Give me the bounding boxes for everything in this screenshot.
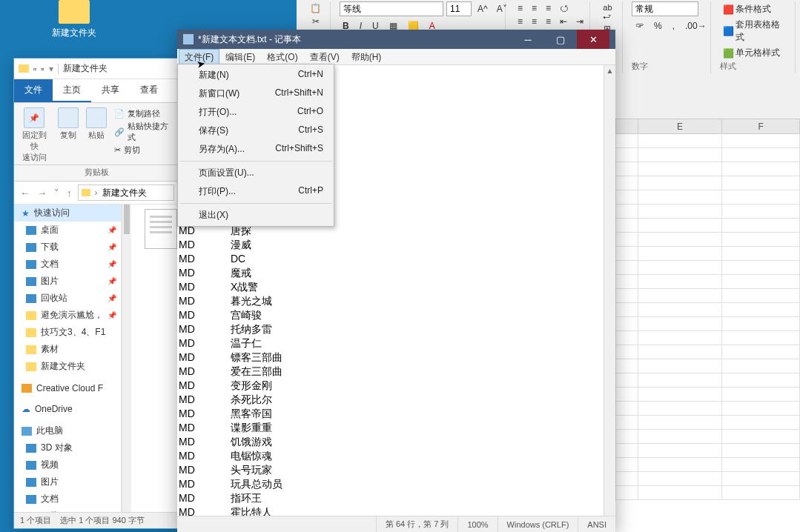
nav-videos[interactable]: 视频: [14, 456, 121, 473]
nav-pictures[interactable]: 图片📌: [14, 273, 121, 290]
scroll-up-icon[interactable]: ▲: [604, 65, 615, 77]
menu-view[interactable]: 查看(V): [304, 49, 346, 64]
nav-desktop[interactable]: 桌面📌: [14, 222, 121, 239]
menu-item[interactable]: 新窗口(W)Ctrl+Shift+N: [178, 84, 334, 103]
pin-icon: 📌: [108, 260, 116, 268]
nav-pictures2[interactable]: 图片: [14, 473, 121, 491]
menu-format[interactable]: 格式(O): [261, 49, 303, 64]
desktop-folder[interactable]: 新建文件夹: [44, 0, 104, 39]
file-item[interactable]: [145, 209, 177, 252]
text-line: MD电锯惊魂: [179, 449, 602, 463]
tab-share[interactable]: 共享: [91, 79, 130, 102]
col-header[interactable]: E: [638, 119, 722, 134]
text-line: MD宫崎骏: [179, 308, 602, 322]
text-line: MD镖客三部曲: [179, 350, 602, 365]
nav-documents2[interactable]: 文档: [14, 491, 121, 508]
conditional-format-button[interactable]: 🟥 条件格式: [720, 1, 774, 17]
qat-icon[interactable]: ▫: [33, 64, 36, 74]
indent-dec-icon[interactable]: ⇤: [557, 15, 570, 28]
nav-folder[interactable]: 新建文件夹: [14, 358, 121, 375]
menu-item[interactable]: 退出(X): [178, 206, 334, 225]
nav-folder[interactable]: 技巧文3、4、F1: [14, 324, 121, 341]
font-size-select[interactable]: [446, 1, 472, 16]
menu-item[interactable]: 另存为(A)...Ctrl+Shift+S: [178, 140, 334, 159]
desktop-folder-label: 新建文件夹: [44, 27, 104, 39]
align-top-icon[interactable]: ≡: [515, 1, 526, 15]
nav-downloads[interactable]: 下载📌: [14, 239, 121, 256]
align-right-icon[interactable]: ≡: [543, 15, 554, 28]
tab-file[interactable]: 文件: [14, 79, 53, 102]
folder-icon: [26, 345, 36, 354]
nav-recycle[interactable]: 回收站📌: [14, 290, 121, 307]
explorer-titlebar[interactable]: ▫ ▫ ▾ 新建文件夹: [14, 59, 179, 79]
align-bot-icon[interactable]: ≡: [543, 1, 554, 15]
decrease-font-icon[interactable]: A˅: [494, 1, 510, 16]
nav-thispc[interactable]: 此电脑: [14, 422, 121, 439]
copy-button[interactable]: 复制: [58, 107, 79, 163]
nav-3d[interactable]: 3D 对象: [14, 439, 121, 456]
status-encoding: ANSI: [578, 516, 615, 532]
pin-icon: 📌: [24, 107, 44, 128]
nav-folder[interactable]: 避免演示尴尬，📌: [14, 307, 121, 324]
wrap-text-icon[interactable]: ab⮐: [600, 1, 615, 22]
align-center-icon[interactable]: ≡: [529, 15, 540, 28]
cell-style-button[interactable]: 🟩 单元格样式: [720, 45, 783, 61]
scissors-icon: ✂: [114, 145, 121, 155]
minimize-button[interactable]: ─: [512, 30, 544, 49]
menu-item[interactable]: 打开(O)...Ctrl+O: [178, 103, 334, 122]
folder-icon: [26, 328, 36, 337]
menu-edit[interactable]: 编辑(E): [219, 49, 261, 64]
notepad-titlebar[interactable]: *新建文本文档.txt - 记事本 ─ ▢ ✕: [177, 30, 615, 49]
file-menu-dropdown: 新建(N)Ctrl+N新窗口(W)Ctrl+Shift+N打开(O)...Ctr…: [177, 64, 334, 227]
explorer-ribbon: 📌 固定到快 速访问 复制 粘贴 📄复制路径 🔗粘贴快捷方式 ✂剪切: [14, 103, 179, 165]
nav-onedrive[interactable]: ☁OneDrive: [14, 402, 121, 416]
increase-font-icon[interactable]: A^: [475, 1, 491, 16]
paste-shortcut-button[interactable]: 🔗粘贴快捷方式: [114, 120, 174, 144]
nav-creative-cloud[interactable]: Creative Cloud F: [14, 381, 121, 396]
menu-item[interactable]: 保存(S)Ctrl+S: [178, 122, 334, 140]
back-button[interactable]: ←: [19, 187, 31, 199]
pin-icon: 📌: [108, 243, 116, 251]
pin-icon: 📌: [108, 277, 116, 285]
forward-button[interactable]: →: [36, 187, 48, 199]
cut-button[interactable]: ✂剪切: [114, 144, 174, 156]
files-area[interactable]: [131, 205, 179, 523]
qat-icon[interactable]: ▫: [41, 64, 44, 74]
font-name-select[interactable]: [340, 1, 443, 16]
nav-scrollbar[interactable]: [122, 205, 131, 523]
pin-button[interactable]: 📌 固定到快 速访问: [19, 107, 50, 163]
col-header[interactable]: F: [722, 119, 800, 134]
up-button[interactable]: ↑: [65, 187, 73, 199]
currency-icon[interactable]: 🖙: [632, 19, 647, 33]
breadcrumb[interactable]: › 新建文件夹: [78, 184, 175, 201]
inc-decimal-icon[interactable]: .00→: [682, 19, 710, 33]
vertical-scrollbar[interactable]: ▲: [604, 65, 615, 516]
desktop-icon: [26, 226, 36, 235]
notepad-statusbar: 第 64 行，第 7 列 100% Windows (CRLF) ANSI: [177, 516, 615, 532]
table-format-button[interactable]: 🟦 套用表格格式: [720, 17, 789, 45]
nav-folder[interactable]: 素材: [14, 341, 121, 358]
paste-button[interactable]: 粘贴: [86, 107, 107, 163]
maximize-button[interactable]: ▢: [544, 30, 577, 49]
history-dropdown[interactable]: ˅: [53, 187, 61, 199]
orientation-icon[interactable]: ⭯: [557, 1, 572, 15]
menu-item[interactable]: 打印(P)...Ctrl+P: [178, 182, 334, 201]
excel-grid[interactable]: EF: [615, 119, 800, 532]
copy-path-button[interactable]: 📄复制路径: [114, 107, 174, 120]
paste-button[interactable]: 📋: [307, 1, 324, 15]
close-button[interactable]: ✕: [577, 30, 609, 49]
percent-icon[interactable]: %: [651, 19, 665, 33]
comma-icon[interactable]: ,: [670, 19, 678, 33]
quick-access[interactable]: ★快速访问: [14, 205, 121, 222]
align-left-icon[interactable]: ≡: [515, 15, 526, 28]
number-format-select[interactable]: [632, 1, 698, 16]
nav-documents[interactable]: 文档📌: [14, 256, 121, 273]
indent-inc-icon[interactable]: ⇥: [573, 15, 586, 28]
group-clipboard-label: 剪贴板: [14, 165, 179, 182]
tab-home[interactable]: 主页: [53, 79, 91, 102]
tab-view[interactable]: 查看: [130, 79, 168, 102]
menu-help[interactable]: 帮助(H): [346, 49, 388, 64]
cut-icon[interactable]: ✂: [309, 15, 323, 28]
menu-item[interactable]: 页面设置(U)...: [178, 164, 334, 182]
align-mid-icon[interactable]: ≡: [529, 1, 540, 15]
